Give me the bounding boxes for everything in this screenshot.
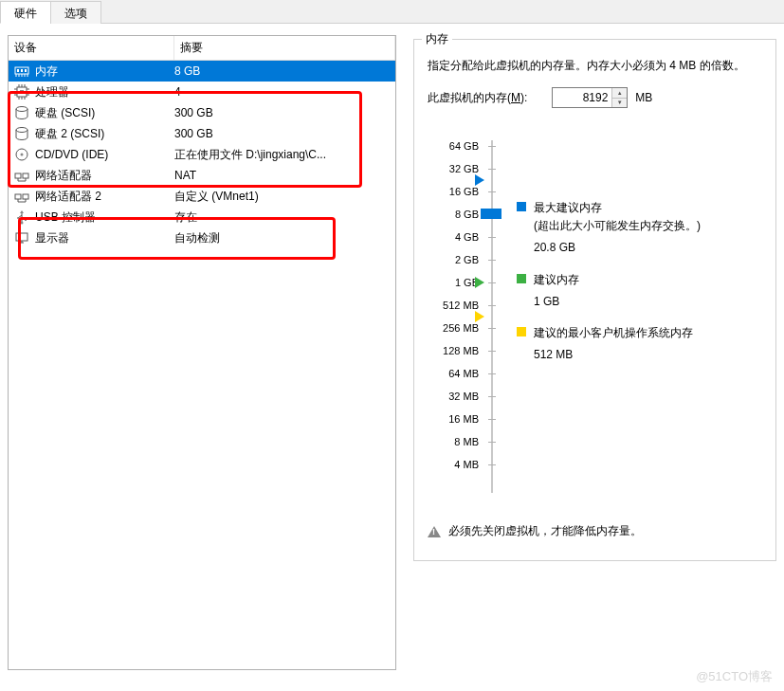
slider-track [491, 140, 493, 493]
cpu-icon [14, 84, 29, 100]
tick-mark [488, 191, 496, 192]
legend-max-value: 20.8 GB [534, 239, 701, 257]
device-summary: 300 GB [174, 106, 392, 119]
table-row[interactable]: 网络适配器 NAT [9, 165, 395, 186]
table-row[interactable]: 网络适配器 2 自定义 (VMnet1) [9, 186, 395, 207]
svg-rect-3 [25, 69, 27, 72]
spinner-arrows[interactable]: ▲ ▼ [611, 88, 627, 107]
tick-mark [488, 396, 496, 397]
tabs: 硬件 选项 [0, 0, 784, 24]
device-name: 网络适配器 2 [35, 189, 101, 205]
tick-label: 4 GB [428, 226, 479, 248]
tick-mark [488, 305, 496, 306]
svg-point-38 [21, 222, 24, 225]
tick-label: 2 GB [428, 248, 479, 271]
marker-min [475, 311, 484, 322]
legend-min-label: 建议的最小客户机操作系统内存 [534, 324, 693, 342]
device-summary: 自动检测 [174, 230, 392, 246]
net-icon [14, 189, 29, 204]
spinner-up[interactable]: ▲ [612, 88, 627, 99]
tick-label: 512 MB [428, 294, 479, 317]
tick-label: 32 MB [428, 385, 479, 408]
svg-marker-39 [20, 210, 24, 213]
disk-icon [14, 105, 29, 120]
device-name: 内存 [35, 64, 58, 80]
slider-thumb[interactable] [481, 209, 501, 219]
spinner-down[interactable]: ▼ [612, 99, 627, 108]
memory-spinner[interactable]: ▲ ▼ [552, 87, 628, 108]
device-summary: 4 [174, 85, 392, 99]
table-row[interactable]: 显示器 自动检测 [9, 227, 395, 248]
warning-icon [428, 526, 441, 537]
col-summary[interactable]: 摘要 [174, 36, 395, 60]
device-rows: 内存 8 GB 处理器 4 硬盘 (SCSI) 300 GB 硬盘 2 (SCS… [9, 61, 395, 248]
memory-label: 此虚拟机的内存(M): [428, 90, 527, 106]
tick-mark [488, 419, 496, 420]
memory-slider[interactable] [486, 135, 498, 499]
slider-tick-labels: 64 GB32 GB16 GB8 GB4 GB2 GB1 GB512 MB256… [428, 135, 479, 476]
svg-rect-44 [16, 233, 27, 241]
legend-rec-value: 1 GB [534, 293, 701, 311]
device-summary: 自定义 (VMnet1) [174, 189, 392, 205]
tick-mark [488, 169, 496, 170]
device-name: 硬盘 (SCSI) [35, 105, 95, 121]
tick-label: 32 GB [428, 157, 479, 180]
tick-mark [488, 328, 496, 329]
disk-icon [14, 126, 29, 141]
tab-options[interactable]: 选项 [50, 1, 101, 24]
device-summary: 8 GB [174, 64, 392, 78]
legend-max-note: (超出此大小可能发生内存交换。) [534, 217, 701, 235]
watermark: @51CTO博客 [696, 668, 773, 685]
table-row[interactable]: 处理器 4 [9, 82, 395, 102]
device-name: 显示器 [35, 230, 69, 246]
col-device[interactable]: 设备 [9, 36, 174, 60]
tick-label: 128 MB [428, 339, 479, 362]
svg-rect-27 [15, 173, 21, 178]
swatch-green [517, 274, 526, 283]
tick-mark [488, 237, 496, 238]
table-row[interactable]: CD/DVD (IDE) 正在使用文件 D:\jingxiang\C... [9, 144, 395, 165]
tick-label: 64 GB [428, 135, 479, 157]
tick-mark [488, 351, 496, 352]
tick-label: 256 MB [428, 317, 479, 339]
legend-max-label: 最大建议内存 [534, 199, 701, 217]
device-summary: NAT [174, 169, 392, 182]
tick-label: 8 MB [428, 430, 479, 453]
table-row[interactable]: USB 控制器 存在 [9, 207, 395, 227]
memory-input-row: 此虚拟机的内存(M): ▲ ▼ MB [428, 87, 762, 108]
table-row[interactable]: 内存 8 GB [9, 61, 395, 82]
tick-mark [488, 146, 496, 147]
tick-mark [488, 373, 496, 374]
svg-rect-33 [23, 194, 28, 199]
svg-point-23 [16, 107, 27, 112]
group-title: 内存 [422, 31, 452, 47]
swatch-yellow [517, 327, 526, 336]
table-row[interactable]: 硬盘 2 (SCSI) 300 GB [9, 123, 395, 144]
svg-rect-1 [17, 69, 19, 72]
device-name: USB 控制器 [35, 209, 96, 226]
memory-input[interactable] [553, 88, 611, 107]
legend-min-value: 512 MB [534, 346, 701, 364]
tick-mark [488, 442, 496, 443]
table-row[interactable]: 硬盘 (SCSI) 300 GB [9, 102, 395, 123]
device-name: 硬盘 2 (SCSI) [35, 126, 104, 142]
warning-row: 必须先关闭虚拟机，才能降低内存量。 [428, 523, 762, 539]
device-name: 网络适配器 [35, 168, 92, 184]
svg-rect-28 [23, 173, 28, 178]
tick-label: 16 GB [428, 180, 479, 203]
table-header: 设备 摘要 [9, 36, 395, 61]
memory-icon [14, 64, 29, 79]
tick-mark [488, 464, 496, 465]
tick-label: 16 MB [428, 408, 479, 430]
warning-text: 必须先关闭虚拟机，才能降低内存量。 [448, 523, 642, 539]
memory-unit: MB [635, 91, 652, 104]
tick-label: 4 MB [428, 453, 479, 476]
marker-recommended [475, 277, 484, 288]
memory-panel: 内存 指定分配给此虚拟机的内存量。内存大小必须为 4 MB 的倍数。 此虚拟机的… [413, 35, 776, 670]
tab-hardware[interactable]: 硬件 [0, 1, 51, 24]
net-icon [14, 168, 29, 183]
swatch-blue [517, 202, 526, 211]
svg-point-26 [21, 154, 24, 156]
tick-label: 1 GB [428, 271, 479, 294]
svg-point-42 [17, 217, 19, 219]
